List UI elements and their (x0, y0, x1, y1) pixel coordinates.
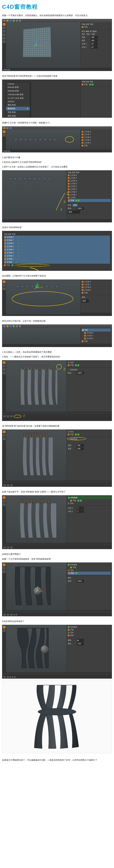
timeline-ruler[interactable] (2, 412, 112, 415)
object-item[interactable]: 立方体 5 (68, 182, 111, 185)
cloth-belt-tag-icon[interactable] (78, 199, 80, 202)
object-item-selected[interactable]: 平面 (68, 199, 111, 202)
cloth-tag-icon[interactable] (12, 265, 13, 266)
attr-tabs[interactable]: 基本绑带 (68, 204, 111, 207)
object-item[interactable]: 立方体 7 (82, 283, 111, 286)
tool-button[interactable] (3, 40, 5, 43)
width-field[interactable]: 宽度 400 (82, 36, 111, 39)
keep-shape-checkbox[interactable]: 保持外观 (68, 368, 111, 371)
menu-item[interactable]: S.J.10.1.14分 标签 (6, 96, 30, 100)
object-item[interactable]: 平面 (82, 144, 111, 147)
object-item[interactable]: 立方体 6 (82, 337, 111, 340)
menu-item[interactable]: 毛发 标签 (6, 111, 30, 114)
tool-button[interactable] (3, 30, 5, 33)
object-item[interactable]: 立方体 6 (68, 180, 111, 182)
object-item[interactable]: 立方体 5 (82, 139, 111, 142)
toolbar-icon[interactable] (3, 20, 5, 22)
menu-item[interactable]: XPEGS (6, 100, 30, 103)
viewport[interactable] (6, 130, 81, 150)
object-item[interactable]: 立方体 8✕ (4, 236, 110, 239)
object-item[interactable]: 立方体 8 (82, 332, 111, 334)
toolbar-icon[interactable] (6, 20, 8, 22)
object-item[interactable]: 平面 (82, 26, 111, 28)
toolbar-icon[interactable] (16, 20, 18, 22)
object-item[interactable]: 立方体✕ (4, 260, 110, 264)
viewport[interactable] (6, 430, 66, 481)
tool-button[interactable] (3, 134, 5, 136)
tool-button[interactable] (3, 33, 5, 36)
field-value[interactable]: 400 (91, 39, 98, 42)
collider-tag-icon[interactable] (76, 572, 77, 574)
toolbar-icon[interactable] (6, 127, 8, 129)
cloth-tag-icon[interactable] (89, 84, 91, 85)
menu-item[interactable]: Defaults 标签 (6, 89, 30, 93)
tool-button[interactable] (3, 37, 5, 39)
field-value[interactable]: 400 (91, 36, 98, 38)
menu-item[interactable]: Turbulence标 标签 (6, 93, 30, 96)
object-item[interactable]: 立方体 3✕ (4, 251, 110, 254)
viewport[interactable]: 1 2 3 (2, 170, 66, 219)
tool-button[interactable] (3, 23, 5, 26)
object-item[interactable]: 立方体 8 (82, 280, 111, 283)
menu-item[interactable]: 雕刻 标签 (6, 103, 30, 107)
object-item[interactable]: 立方体 4 (68, 185, 111, 188)
object-item[interactable]: 立方体 7 (82, 334, 111, 337)
field-value[interactable]: 100% (77, 207, 84, 210)
set-button-row[interactable]: 设置 (82, 299, 111, 303)
viewport[interactable] (2, 328, 81, 344)
object-item[interactable]: 立方体 5✕ (4, 245, 110, 248)
object-item[interactable]: 立方体 (68, 196, 111, 199)
object-item[interactable]: 立方体 8 (68, 174, 111, 177)
toolbar-icon[interactable] (3, 127, 5, 129)
timeline[interactable] (2, 543, 112, 549)
object-item[interactable]: 立方体 8 (82, 130, 111, 133)
object-item[interactable]: 立方体 7 (68, 177, 111, 180)
object-item[interactable]: 立方体 4✕ (4, 248, 110, 251)
null-object-item[interactable]: 空白 (82, 329, 111, 332)
belt-set-row[interactable]: 设置 (68, 210, 111, 214)
tool-button[interactable] (3, 130, 5, 133)
viewport[interactable] (6, 625, 66, 673)
object-item[interactable]: 立方体 1 (68, 193, 111, 196)
cloth-tag-icon[interactable] (76, 199, 77, 202)
field-value[interactable]: 20 (91, 46, 98, 49)
cloth-surface-item[interactable]: 布料曲面 (68, 496, 111, 499)
toolbar-icon[interactable] (9, 20, 12, 22)
object-item[interactable]: 立方体 6 (82, 136, 111, 139)
menu-item-highlight[interactable]: 模拟标签▸ (6, 107, 30, 111)
cache-button[interactable]: 计算 (77, 642, 84, 645)
timeline-control[interactable] (10, 415, 13, 417)
toolbar-icon[interactable] (9, 127, 12, 129)
viewport[interactable] (6, 563, 66, 610)
seg-y-field[interactable]: 分段 Y 20 (82, 45, 111, 49)
play-button[interactable] (3, 415, 6, 417)
cloth-belt-tag-icon[interactable] (92, 84, 93, 85)
object-item[interactable]: 立方体 6✕ (4, 242, 110, 245)
object-item[interactable]: 立方体 2✕ (4, 254, 110, 257)
object-item[interactable]: 平面 (4, 264, 110, 267)
viewport[interactable]: 2 (6, 361, 66, 412)
object-item[interactable]: 立方体 7✕ (4, 239, 110, 242)
timeline[interactable] (2, 481, 112, 487)
belt-field[interactable]: 影响 100% (68, 207, 111, 210)
object-item[interactable]: 立方体 2 (68, 191, 111, 193)
viewport[interactable] (6, 280, 81, 314)
menu-item[interactable]: 脚本 标签 (6, 114, 30, 118)
toolbar-icon[interactable] (19, 20, 21, 22)
seg-x-field[interactable]: 分段 X 20 (82, 42, 111, 45)
height-field[interactable]: 高度 400 (82, 39, 111, 42)
object-item[interactable]: 平面 (82, 83, 111, 86)
timeline[interactable] (2, 610, 112, 616)
object-item[interactable]: 平面 (82, 291, 111, 294)
checkbox-icon[interactable] (68, 369, 69, 371)
object-item[interactable]: 立方体 1✕ (4, 257, 110, 260)
viewport[interactable] (6, 22, 81, 68)
object-item[interactable]: 立方体 4 (82, 142, 111, 144)
menu-item[interactable]: Cinema (6, 82, 30, 85)
tool-button[interactable] (3, 26, 5, 29)
object-item[interactable]: 立方体 3 (68, 188, 111, 191)
timeline[interactable]: 1 (2, 412, 112, 418)
object-item[interactable]: 立方体 5 (82, 289, 111, 291)
timeline-control[interactable] (7, 415, 9, 417)
attr-tabs[interactable]: 基本坐标对象 (82, 33, 111, 36)
